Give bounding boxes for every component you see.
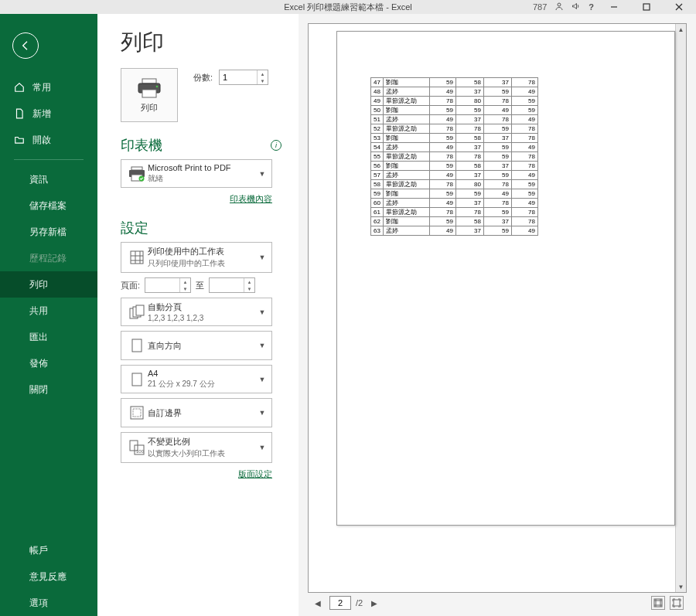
dd-sublabel: 21 公分 x 29.7 公分 — [148, 379, 258, 390]
page-from-spinner[interactable]: ▲▼ — [145, 277, 191, 293]
show-margins-button[interactable] — [651, 596, 665, 610]
copies-spinner[interactable]: ▲▼ — [219, 70, 268, 85]
dd-label: 自動分頁 — [148, 301, 258, 313]
table-row: 54孟婷49375949 — [371, 143, 538, 152]
print-button[interactable]: 列印 — [121, 68, 178, 122]
nav-label: 儲存檔案 — [29, 199, 67, 213]
scrollbar-vertical[interactable]: ▲ ▼ — [675, 24, 686, 592]
nav-label: 歷程記錄 — [29, 252, 67, 265]
dd-label: A4 — [148, 369, 258, 378]
margins-icon — [130, 406, 144, 420]
printer-props-link[interactable]: 印表機內容 — [230, 194, 272, 203]
table-row: 59劉珈59594959 — [371, 189, 538, 199]
chevron-down-icon: ▼ — [258, 308, 267, 316]
orientation-dropdown[interactable]: 直向方向 ▼ — [121, 331, 272, 360]
copies-label: 份數: — [193, 72, 213, 83]
grid-icon — [129, 250, 145, 265]
svg-rect-23 — [131, 407, 143, 419]
spin-up[interactable]: ▲ — [258, 70, 268, 77]
nav-label: 另存新檔 — [29, 226, 67, 239]
table-row: 51孟婷49377849 — [371, 115, 538, 124]
nav-label: 匯出 — [29, 331, 48, 344]
current-page-input[interactable] — [329, 596, 351, 610]
nav-label: 共用 — [29, 305, 48, 318]
table-row: 49畢節源之助78807859 — [371, 97, 538, 106]
copies-input[interactable] — [220, 70, 257, 84]
chevron-down-icon: ▼ — [258, 409, 267, 417]
back-button[interactable] — [12, 32, 39, 59]
table-row: 61畢節源之助78785978 — [371, 208, 538, 217]
nav-history: 歷程記錄 — [0, 245, 97, 271]
nav-home[interactable]: 常用 — [0, 74, 97, 100]
nav-info[interactable]: 資訊 — [0, 166, 97, 192]
page-from-input[interactable] — [145, 278, 179, 292]
table-row: 57孟婷49375949 — [371, 171, 538, 180]
pages-label: 頁面: — [121, 280, 140, 291]
page-setup-link[interactable]: 版面設定 — [238, 469, 272, 478]
close-button[interactable] — [667, 0, 691, 14]
nav-export[interactable]: 匯出 — [0, 324, 97, 350]
preview-table: 47劉珈5958377848孟婷4937594949畢節源之助788078595… — [370, 77, 538, 236]
nav-open[interactable]: 開啟 — [0, 127, 97, 153]
help-icon[interactable]: ? — [589, 2, 594, 12]
chevron-down-icon: ▼ — [258, 254, 267, 261]
nav-label: 發佈 — [29, 357, 48, 370]
svg-rect-22 — [132, 373, 142, 386]
table-row: 52畢節源之助78785978 — [371, 124, 538, 134]
nav-label: 常用 — [32, 81, 51, 94]
scroll-down-button[interactable]: ▼ — [676, 581, 686, 592]
settings-section-title: 設定 — [121, 219, 148, 237]
nav-account[interactable]: 帳戶 — [0, 537, 97, 563]
dd-label: 直向方向 — [148, 340, 258, 352]
nav-label: 關閉 — [29, 383, 48, 396]
pages-to-label: 至 — [196, 280, 204, 291]
printer-small-icon — [128, 166, 146, 182]
chevron-down-icon: ▼ — [258, 170, 267, 178]
nav-feedback[interactable]: 意見反應 — [0, 563, 97, 590]
paper-icon — [131, 373, 142, 386]
maximize-button[interactable] — [634, 0, 659, 14]
info-icon[interactable]: i — [271, 140, 281, 151]
user-icon[interactable] — [554, 2, 564, 12]
nav-label: 選項 — [29, 597, 48, 610]
print-preview: 47劉珈5958377848孟婷4937594949畢節源之助788078595… — [308, 23, 687, 593]
scale-icon: 100 — [129, 440, 145, 455]
chevron-down-icon: ▼ — [258, 444, 267, 451]
nav-options[interactable]: 選項 — [0, 590, 97, 616]
scaling-dropdown[interactable]: 100 不變更比例 以實際大小列印工作表 ▼ — [121, 432, 272, 463]
print-sheets-dropdown[interactable]: 列印使用中的工作表 只列印使用中的工作表 ▼ — [121, 242, 272, 273]
svg-point-8 — [156, 85, 159, 87]
chevron-down-icon: ▼ — [258, 376, 267, 383]
nav-new[interactable]: 新增 — [0, 100, 97, 127]
scroll-up-button[interactable]: ▲ — [676, 24, 686, 35]
megaphone-icon[interactable] — [571, 2, 581, 12]
dd-sublabel: 1,2,3 1,2,3 1,2,3 — [148, 314, 258, 322]
folder-icon — [14, 134, 25, 145]
table-row: 47劉珈59583778 — [371, 78, 538, 87]
svg-rect-20 — [136, 305, 144, 315]
page-to-spinner[interactable]: ▲▼ — [209, 277, 255, 293]
nav-print[interactable]: 列印 — [0, 271, 97, 298]
nav-share[interactable]: 共用 — [0, 298, 97, 324]
zoom-to-page-button[interactable] — [670, 596, 684, 610]
page-to-input[interactable] — [210, 278, 244, 292]
preview-page: 47劉珈5958377848孟婷4937594949畢節源之助788078595… — [336, 31, 675, 526]
table-row: 60孟婷49377849 — [371, 199, 538, 208]
minimize-button[interactable] — [602, 0, 626, 14]
svg-rect-2 — [643, 4, 650, 10]
file-icon — [14, 108, 25, 119]
margins-dropdown[interactable]: 自訂邊界 ▼ — [121, 398, 272, 427]
nav-close[interactable]: 關閉 — [0, 376, 97, 403]
paper-dropdown[interactable]: A4 21 公分 x 29.7 公分 ▼ — [121, 365, 272, 393]
prev-page-button[interactable]: ◀ — [311, 596, 325, 610]
printer-dropdown[interactable]: Microsoft Print to PDF 就緒 ▼ — [121, 159, 272, 188]
spin-down[interactable]: ▼ — [258, 77, 268, 84]
table-row: 50劉珈59594959 — [371, 106, 538, 115]
nav-publish[interactable]: 發佈 — [0, 350, 97, 376]
nav-saveas[interactable]: 另存新檔 — [0, 219, 97, 245]
collate-dropdown[interactable]: 自動分頁 1,2,3 1,2,3 1,2,3 ▼ — [121, 298, 272, 326]
table-row: 48孟婷49375949 — [371, 87, 538, 97]
svg-rect-5 — [142, 79, 156, 83]
next-page-button[interactable]: ▶ — [367, 596, 381, 610]
nav-save[interactable]: 儲存檔案 — [0, 192, 97, 219]
